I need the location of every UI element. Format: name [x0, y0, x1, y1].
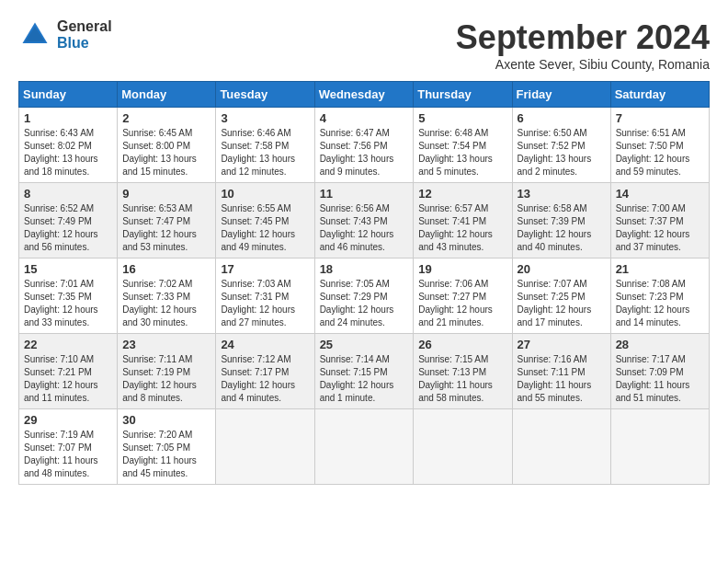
day-number: 10 [221, 187, 309, 201]
day-number: 9 [122, 187, 210, 201]
day-info: Sunrise: 6:48 AMSunset: 7:54 PMDaylight:… [418, 127, 506, 178]
calendar-cell: 22Sunrise: 7:10 AMSunset: 7:21 PMDayligh… [19, 334, 118, 409]
day-info: Sunrise: 6:58 AMSunset: 7:39 PMDaylight:… [518, 202, 606, 254]
logo-blue-text: Blue [57, 35, 112, 52]
calendar-cell [610, 409, 709, 485]
day-number: 5 [418, 111, 506, 125]
calendar-cell: 24Sunrise: 7:12 AMSunset: 7:17 PMDayligh… [216, 334, 314, 409]
calendar-cell: 18Sunrise: 7:05 AMSunset: 7:29 PMDayligh… [314, 259, 414, 334]
calendar-week-row: 8Sunrise: 6:52 AMSunset: 7:49 PMDaylight… [19, 183, 710, 259]
day-info: Sunrise: 6:53 AMSunset: 7:47 PMDaylight:… [122, 202, 210, 254]
calendar-cell: 11Sunrise: 6:56 AMSunset: 7:43 PMDayligh… [314, 183, 414, 259]
day-info: Sunrise: 6:52 AMSunset: 7:49 PMDaylight:… [24, 202, 112, 254]
day-info: Sunrise: 6:45 AMSunset: 8:00 PMDaylight:… [122, 127, 210, 178]
calendar-cell: 19Sunrise: 7:06 AMSunset: 7:27 PMDayligh… [414, 259, 512, 334]
calendar-cell: 14Sunrise: 7:00 AMSunset: 7:37 PMDayligh… [610, 183, 709, 259]
day-number: 29 [24, 413, 112, 427]
day-number: 13 [518, 187, 606, 201]
calendar-cell: 28Sunrise: 7:17 AMSunset: 7:09 PMDayligh… [610, 334, 709, 409]
day-info: Sunrise: 7:01 AMSunset: 7:35 PMDaylight:… [24, 278, 112, 329]
month-title: September 2024 [456, 18, 710, 57]
day-number: 8 [24, 187, 112, 201]
day-number: 2 [122, 111, 210, 125]
day-number: 11 [320, 187, 409, 201]
logo-general-text: General [57, 18, 112, 35]
calendar-cell: 16Sunrise: 7:02 AMSunset: 7:33 PMDayligh… [118, 259, 216, 334]
calendar-cell: 15Sunrise: 7:01 AMSunset: 7:35 PMDayligh… [19, 259, 118, 334]
calendar-week-row: 15Sunrise: 7:01 AMSunset: 7:35 PMDayligh… [19, 259, 710, 334]
calendar-cell: 29Sunrise: 7:19 AMSunset: 7:07 PMDayligh… [19, 409, 118, 485]
calendar-cell: 3Sunrise: 6:46 AMSunset: 7:58 PMDaylight… [216, 108, 314, 183]
calendar-header-sunday: Sunday [19, 82, 118, 108]
calendar-cell: 17Sunrise: 7:03 AMSunset: 7:31 PMDayligh… [216, 259, 314, 334]
location-subtitle: Axente Sever, Sibiu County, Romania [456, 57, 710, 72]
calendar-cell [414, 409, 512, 485]
day-info: Sunrise: 7:07 AMSunset: 7:25 PMDaylight:… [518, 278, 606, 329]
calendar-cell: 1Sunrise: 6:43 AMSunset: 8:02 PMDaylight… [19, 108, 118, 183]
calendar-header-thursday: Thursday [414, 82, 512, 108]
day-number: 23 [122, 338, 210, 351]
day-info: Sunrise: 6:55 AMSunset: 7:45 PMDaylight:… [221, 202, 309, 254]
day-info: Sunrise: 7:02 AMSunset: 7:33 PMDaylight:… [122, 278, 210, 329]
calendar-cell: 12Sunrise: 6:57 AMSunset: 7:41 PMDayligh… [414, 183, 512, 259]
day-info: Sunrise: 7:05 AMSunset: 7:29 PMDaylight:… [320, 278, 409, 329]
day-number: 15 [24, 262, 112, 276]
calendar-cell: 10Sunrise: 6:55 AMSunset: 7:45 PMDayligh… [216, 183, 314, 259]
day-number: 4 [320, 111, 409, 125]
day-info: Sunrise: 7:15 AMSunset: 7:13 PMDaylight:… [418, 353, 506, 405]
calendar-header-tuesday: Tuesday [216, 82, 314, 108]
calendar-cell: 30Sunrise: 7:20 AMSunset: 7:05 PMDayligh… [118, 409, 216, 485]
day-number: 30 [122, 413, 210, 427]
calendar-cell: 13Sunrise: 6:58 AMSunset: 7:39 PMDayligh… [512, 183, 610, 259]
calendar-week-row: 29Sunrise: 7:19 AMSunset: 7:07 PMDayligh… [19, 409, 710, 485]
day-number: 18 [320, 262, 409, 276]
day-info: Sunrise: 7:10 AMSunset: 7:21 PMDaylight:… [24, 353, 112, 405]
day-info: Sunrise: 7:12 AMSunset: 7:17 PMDaylight:… [221, 353, 309, 405]
calendar-cell: 20Sunrise: 7:07 AMSunset: 7:25 PMDayligh… [512, 259, 610, 334]
calendar-header-saturday: Saturday [610, 82, 709, 108]
day-info: Sunrise: 6:57 AMSunset: 7:41 PMDaylight:… [418, 202, 506, 254]
calendar-cell: 5Sunrise: 6:48 AMSunset: 7:54 PMDaylight… [414, 108, 512, 183]
calendar-cell: 6Sunrise: 6:50 AMSunset: 7:52 PMDaylight… [512, 108, 610, 183]
day-number: 12 [418, 187, 506, 201]
day-number: 19 [418, 262, 506, 276]
day-number: 26 [418, 338, 506, 351]
calendar-cell: 7Sunrise: 6:51 AMSunset: 7:50 PMDaylight… [610, 108, 709, 183]
day-info: Sunrise: 6:51 AMSunset: 7:50 PMDaylight:… [616, 127, 704, 178]
calendar-week-row: 1Sunrise: 6:43 AMSunset: 8:02 PMDaylight… [19, 108, 710, 183]
day-number: 22 [24, 338, 112, 351]
day-number: 3 [221, 111, 309, 125]
day-number: 17 [221, 262, 309, 276]
day-number: 28 [616, 338, 704, 351]
day-number: 24 [221, 338, 309, 351]
day-info: Sunrise: 6:50 AMSunset: 7:52 PMDaylight:… [518, 127, 606, 178]
title-area: September 2024 Axente Sever, Sibiu Count… [456, 18, 710, 72]
calendar-header-wednesday: Wednesday [314, 82, 414, 108]
day-info: Sunrise: 7:17 AMSunset: 7:09 PMDaylight:… [616, 353, 704, 405]
day-info: Sunrise: 7:08 AMSunset: 7:23 PMDaylight:… [616, 278, 704, 329]
day-info: Sunrise: 7:03 AMSunset: 7:31 PMDaylight:… [221, 278, 309, 329]
calendar-week-row: 22Sunrise: 7:10 AMSunset: 7:21 PMDayligh… [19, 334, 710, 409]
calendar-cell: 26Sunrise: 7:15 AMSunset: 7:13 PMDayligh… [414, 334, 512, 409]
calendar-cell: 27Sunrise: 7:16 AMSunset: 7:11 PMDayligh… [512, 334, 610, 409]
day-number: 27 [518, 338, 606, 351]
calendar-cell [216, 409, 314, 485]
day-number: 16 [122, 262, 210, 276]
calendar-cell: 25Sunrise: 7:14 AMSunset: 7:15 PMDayligh… [314, 334, 414, 409]
day-info: Sunrise: 6:56 AMSunset: 7:43 PMDaylight:… [320, 202, 409, 254]
day-info: Sunrise: 7:16 AMSunset: 7:11 PMDaylight:… [518, 353, 606, 405]
day-info: Sunrise: 7:06 AMSunset: 7:27 PMDaylight:… [418, 278, 506, 329]
logo: General Blue [18, 18, 112, 52]
day-info: Sunrise: 6:43 AMSunset: 8:02 PMDaylight:… [24, 127, 112, 178]
day-number: 1 [24, 111, 112, 125]
day-info: Sunrise: 7:19 AMSunset: 7:07 PMDaylight:… [24, 429, 112, 480]
day-number: 6 [518, 111, 606, 125]
day-number: 14 [616, 187, 704, 201]
calendar-cell: 2Sunrise: 6:45 AMSunset: 8:00 PMDaylight… [118, 108, 216, 183]
calendar-header-row: SundayMondayTuesdayWednesdayThursdayFrid… [19, 82, 710, 108]
calendar-cell: 4Sunrise: 6:47 AMSunset: 7:56 PMDaylight… [314, 108, 414, 183]
day-info: Sunrise: 7:11 AMSunset: 7:19 PMDaylight:… [122, 353, 210, 405]
day-number: 21 [616, 262, 704, 276]
calendar-cell [512, 409, 610, 485]
calendar-header-friday: Friday [512, 82, 610, 108]
